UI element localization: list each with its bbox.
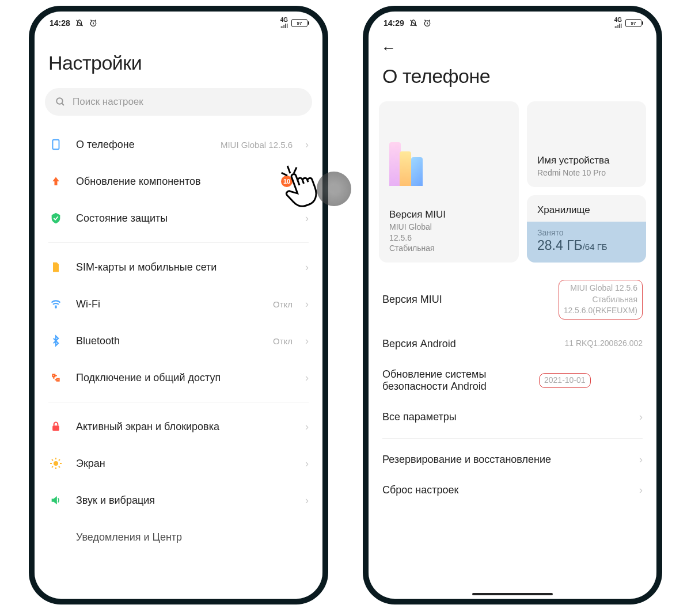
card-title: Версия MIUI	[389, 209, 508, 220]
svg-point-5	[54, 461, 58, 466]
settings-item-wifi[interactable]: Wi-Fi Откл ›	[45, 286, 312, 322]
status-time: 14:28	[50, 18, 70, 28]
status-bar: 14:29 4G₊ıll 97	[379, 12, 646, 35]
back-button[interactable]: ←	[379, 35, 402, 57]
item-label: Экран	[76, 458, 293, 470]
battery-icon: 97	[291, 19, 307, 27]
search-icon	[55, 97, 66, 107]
bell-icon	[48, 530, 63, 545]
chevron-right-icon: ›	[305, 212, 309, 225]
settings-item-notifications[interactable]: Уведомления и Центр	[45, 519, 312, 556]
mute-icon	[409, 18, 418, 28]
speaker-icon	[48, 493, 63, 508]
card-sub: Стабильная	[389, 243, 508, 253]
info-value: 11 RKQ1.200826.002	[565, 338, 643, 349]
card-device-name[interactable]: Имя устройства Redmi Note 10 Pro	[527, 101, 646, 187]
item-label: Подключение и общий доступ	[76, 372, 293, 384]
watermark-circle	[317, 172, 351, 206]
chevron-right-icon: ›	[305, 458, 309, 470]
search-placeholder: Поиск настроек	[73, 96, 143, 108]
info-row-miui[interactable]: Версия MIUI MIUI Global 12.5.6 Стабильна…	[379, 271, 646, 329]
item-label: Звук и вибрация	[76, 495, 293, 507]
status-time: 14:29	[384, 18, 404, 28]
item-label: Уведомления и Центр	[76, 531, 309, 543]
item-label: Состояние защиты	[76, 212, 293, 225]
chevron-right-icon: ›	[639, 411, 643, 423]
chevron-right-icon: ›	[305, 495, 309, 507]
highlighted-value: 2021-10-01	[539, 373, 591, 388]
info-label: Версия MIUI	[382, 294, 552, 306]
phone-left: 14:28 4G₊ıll 97 Настройки Поиск настроек	[29, 6, 328, 604]
miui-logo-icon	[389, 140, 435, 186]
share-icon	[48, 370, 63, 385]
item-label: О телефоне	[76, 139, 208, 151]
item-label: Активный экран и блокировка	[76, 421, 293, 433]
info-row-reset[interactable]: Сброс настроек ›	[379, 475, 646, 505]
info-row-security-patch[interactable]: Обновление системы безопасности Android …	[379, 359, 646, 402]
svg-rect-2	[53, 140, 59, 150]
shield-icon	[48, 211, 63, 226]
status-bar: 14:28 4G₊ıll 97	[45, 12, 312, 35]
item-label: SIM-карты и мобильные сети	[76, 261, 293, 273]
settings-item-lockscreen[interactable]: Активный экран и блокировка ›	[45, 408, 312, 445]
chevron-right-icon: ›	[305, 298, 309, 310]
settings-item-sim[interactable]: SIM-карты и мобильные сети ›	[45, 249, 312, 286]
network-icon: 4G₊ıll	[280, 17, 288, 29]
page-title: Настройки	[48, 52, 309, 74]
info-label: Резервирование и восстановление	[382, 454, 632, 466]
divider	[382, 438, 643, 439]
info-row-backup[interactable]: Резервирование и восстановление ›	[379, 444, 646, 475]
settings-item-sound[interactable]: Звук и вибрация ›	[45, 482, 312, 519]
settings-item-display[interactable]: Экран ›	[45, 445, 312, 482]
divider	[48, 242, 309, 243]
bluetooth-icon	[48, 333, 63, 348]
svg-rect-4	[52, 425, 59, 431]
chevron-right-icon: ›	[305, 335, 309, 347]
card-sub: Redmi Note 10 Pro	[537, 168, 636, 178]
alarm-icon	[89, 18, 98, 28]
info-label: Версия Android	[382, 338, 558, 350]
item-label: Wi-Fi	[76, 298, 260, 310]
info-row-android[interactable]: Версия Android 11 RKQ1.200826.002	[379, 329, 646, 359]
card-title: Хранилище	[537, 204, 636, 216]
page-title: О телефоне	[382, 65, 643, 88]
storage-value: 28.4 ГБ/64 ГБ	[537, 238, 636, 253]
settings-item-bluetooth[interactable]: Bluetooth Откл ›	[45, 322, 312, 359]
info-label: Сброс настроек	[382, 484, 632, 496]
settings-item-security[interactable]: Состояние защиты ›	[45, 200, 312, 237]
chevron-right-icon: ›	[639, 454, 643, 466]
chevron-right-icon: ›	[305, 176, 309, 188]
info-label: Обновление системы безопасности Android	[382, 368, 532, 393]
settings-item-updates[interactable]: Обновление компонентов 10 ›	[45, 163, 312, 200]
divider	[48, 402, 309, 402]
settings-item-share[interactable]: Подключение и общий доступ ›	[45, 359, 312, 396]
network-icon: 4G₊ıll	[614, 17, 622, 29]
highlighted-value: MIUI Global 12.5.6 Стабильная 12.5.6.0(R…	[559, 280, 643, 320]
phone-icon	[48, 137, 63, 152]
phone-right: 14:29 4G₊ıll 97 ← О телефоне Версия MIUI…	[363, 6, 662, 604]
item-value: Откл	[273, 336, 293, 346]
upload-icon	[48, 174, 63, 189]
chevron-right-icon: ›	[305, 139, 309, 151]
sim-icon	[48, 260, 63, 275]
update-badge: 10	[281, 176, 293, 187]
mute-icon	[75, 18, 84, 28]
item-value: Откл	[273, 299, 293, 309]
home-indicator[interactable]	[472, 593, 553, 595]
search-input[interactable]: Поиск настроек	[45, 88, 312, 116]
card-miui-version[interactable]: Версия MIUI MIUI Global 12.5.6 Стабильна…	[379, 101, 519, 263]
item-label: Обновление компонентов	[76, 176, 268, 188]
info-label: Все параметры	[382, 411, 632, 423]
settings-item-about[interactable]: О телефоне MIUI Global 12.5.6 ›	[45, 126, 312, 163]
brightness-icon	[48, 456, 63, 471]
chevron-right-icon: ›	[305, 261, 309, 273]
card-sub: MIUI Global	[389, 222, 508, 232]
alarm-icon	[423, 18, 432, 28]
lock-icon	[48, 419, 63, 434]
svg-point-3	[55, 307, 56, 308]
info-row-all-params[interactable]: Все параметры ›	[379, 402, 646, 432]
card-storage[interactable]: Хранилище Занято 28.4 ГБ/64 ГБ	[527, 195, 646, 263]
chevron-right-icon: ›	[305, 421, 309, 433]
chevron-right-icon: ›	[639, 484, 643, 496]
wifi-icon	[48, 296, 63, 311]
